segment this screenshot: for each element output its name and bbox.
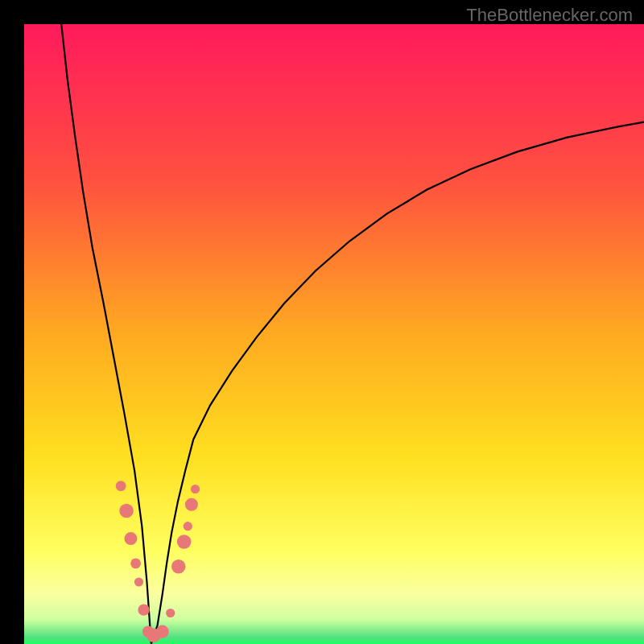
data-dot — [177, 535, 192, 549]
data-dot — [134, 577, 143, 586]
data-dot — [138, 604, 149, 615]
data-dot — [119, 504, 134, 518]
data-dot — [166, 609, 175, 617]
plot-area — [24, 24, 644, 644]
data-dot — [171, 559, 186, 574]
curve-overlay — [24, 24, 644, 644]
data-dot — [185, 498, 198, 511]
data-dot — [116, 481, 126, 491]
watermark-text: TheBottlenecker.com — [466, 5, 633, 26]
data-dot — [130, 559, 141, 569]
bottleneck-curve — [61, 24, 644, 644]
data-dot — [124, 532, 137, 545]
data-dot — [184, 522, 192, 530]
data-dot — [156, 625, 169, 638]
data-dot — [191, 485, 200, 493]
